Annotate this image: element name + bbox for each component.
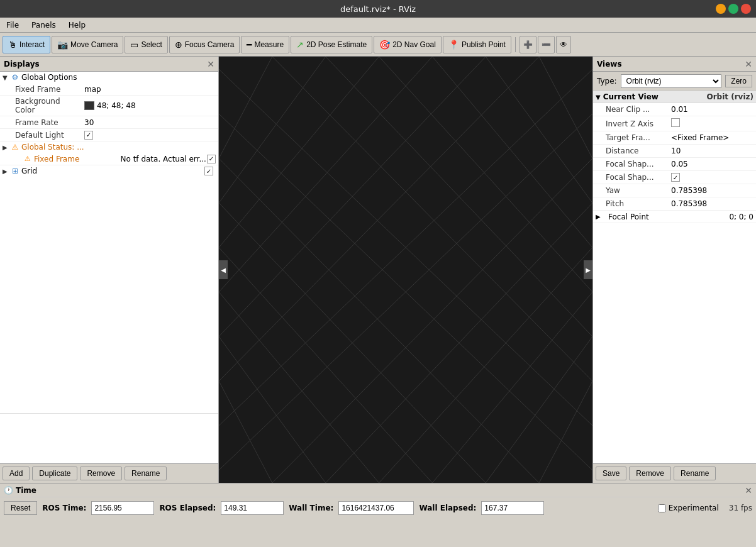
wall-time-label: Wall Time: bbox=[289, 504, 333, 512]
views-rename-button[interactable]: Rename bbox=[674, 467, 716, 480]
focal-point-arrow: ▶ bbox=[593, 213, 606, 220]
menubar: File Panels Help bbox=[0, 18, 756, 33]
2d-pose-button[interactable]: ↗ 2D Pose Estimate bbox=[291, 36, 372, 53]
near-clip-row[interactable]: Near Clip ... 0.01 bbox=[593, 103, 756, 116]
window-title: default.rviz* - RViz bbox=[340, 4, 416, 14]
views-current-view-header[interactable]: ▼ Current View Orbit (rviz) bbox=[593, 91, 756, 103]
focal-shape2-checkbox[interactable]: ✓ bbox=[671, 173, 680, 182]
move-camera-icon: 📷 bbox=[57, 40, 68, 50]
fixed-frame-status-row[interactable]: ⚠ Fixed Frame No tf data. Actual err... … bbox=[0, 153, 218, 165]
distance-key: Distance bbox=[593, 145, 669, 157]
displays-close-button[interactable]: ✕ bbox=[207, 59, 214, 69]
remove-button[interactable]: Remove bbox=[80, 467, 122, 480]
views-type-select[interactable]: Orbit (rviz) bbox=[621, 74, 722, 88]
grid-label: Grid bbox=[21, 167, 204, 175]
views-close-button[interactable]: ✕ bbox=[745, 59, 752, 69]
views-type-row: Type: Orbit (rviz) Zero bbox=[593, 72, 756, 91]
grid-tree-item[interactable]: ▶ ⊞ Grid ✓ bbox=[0, 165, 218, 177]
close-button[interactable] bbox=[741, 4, 751, 14]
pitch-row[interactable]: Pitch 0.785398 bbox=[593, 197, 756, 211]
experimental-checkbox[interactable] bbox=[658, 504, 666, 512]
global-options-properties: Fixed Frame map Background Color 48; 48;… bbox=[0, 83, 218, 141]
bg-color-row[interactable]: Background Color 48; 48; 48 bbox=[0, 96, 218, 116]
views-type-label: Type: bbox=[597, 77, 617, 86]
experimental-label: Experimental bbox=[669, 504, 719, 512]
viewport-left-arrow[interactable]: ◀ bbox=[219, 260, 228, 279]
rename-button[interactable]: Rename bbox=[125, 467, 167, 480]
time-header-content: 🕐 Time bbox=[4, 486, 36, 495]
wall-time-value[interactable] bbox=[338, 501, 414, 515]
target-frame-value: <Fixed Frame> bbox=[669, 132, 756, 143]
2d-nav-button[interactable]: 🎯 2D Nav Goal bbox=[374, 36, 442, 53]
current-view-type: Orbit (rviz) bbox=[706, 92, 753, 101]
focus-camera-label: Focus Camera bbox=[185, 40, 235, 49]
current-view-label: Current View bbox=[603, 92, 707, 101]
menu-file[interactable]: File bbox=[3, 19, 23, 31]
invert-z-checkbox[interactable] bbox=[671, 118, 680, 127]
2d-nav-icon: 🎯 bbox=[379, 40, 390, 50]
views-remove-button[interactable]: Remove bbox=[629, 467, 671, 480]
viewport-right-arrow[interactable]: ▶ bbox=[584, 260, 592, 279]
menu-help[interactable]: Help bbox=[65, 19, 89, 31]
default-light-checkbox[interactable]: ✓ bbox=[84, 131, 93, 140]
time-close-button[interactable]: ✕ bbox=[745, 485, 752, 495]
yaw-row[interactable]: Yaw 0.785398 bbox=[593, 184, 756, 197]
current-view-arrow: ▼ bbox=[596, 94, 601, 101]
3d-viewport[interactable]: ◀ bbox=[219, 57, 592, 483]
target-frame-row[interactable]: Target Fra... <Fixed Frame> bbox=[593, 131, 756, 145]
distance-value: 10 bbox=[669, 145, 756, 157]
frame-rate-row[interactable]: Frame Rate 30 bbox=[0, 116, 218, 129]
minimize-button[interactable] bbox=[716, 4, 726, 14]
experimental-container: Experimental bbox=[658, 504, 719, 512]
distance-row[interactable]: Distance 10 bbox=[593, 145, 756, 158]
time-content: Reset ROS Time: ROS Elapsed: Wall Time: … bbox=[0, 497, 756, 519]
time-clock-icon: 🕐 bbox=[4, 486, 13, 495]
select-button[interactable]: ▭ Select bbox=[125, 36, 167, 53]
move-camera-label: Move Camera bbox=[70, 40, 118, 49]
focal-shape2-key: Focal Shap... bbox=[593, 172, 669, 183]
add-toolbar-btn[interactable]: ➕ bbox=[520, 36, 536, 53]
duplicate-button[interactable]: Duplicate bbox=[32, 467, 77, 480]
eye-toolbar-btn[interactable]: 👁 bbox=[556, 36, 571, 53]
svg-rect-0 bbox=[219, 57, 592, 483]
maximize-button[interactable] bbox=[728, 4, 738, 14]
reset-button[interactable]: Reset bbox=[4, 501, 37, 515]
time-panel: 🕐 Time ✕ Reset ROS Time: ROS Elapsed: Wa… bbox=[0, 483, 756, 519]
global-status-tree-item[interactable]: ▶ ⚠ Global Status: ... bbox=[0, 141, 218, 153]
grid-checkbox[interactable]: ✓ bbox=[204, 167, 213, 175]
focal-shape1-row[interactable]: Focal Shap... 0.05 bbox=[593, 158, 756, 171]
measure-button[interactable]: ━ Measure bbox=[241, 36, 289, 53]
yaw-key: Yaw bbox=[593, 185, 669, 196]
wall-elapsed-value[interactable] bbox=[481, 501, 544, 515]
fps-display: 31 fps bbox=[729, 504, 752, 512]
fixed-frame-status-checkbox[interactable]: ✓ bbox=[207, 155, 216, 163]
wall-elapsed-label: Wall Elapsed: bbox=[419, 504, 476, 512]
fixed-frame-status-warning-icon: ⚠ bbox=[23, 154, 33, 164]
focal-point-row[interactable]: ▶ Focal Point 0; 0; 0 bbox=[593, 211, 756, 223]
focus-camera-button[interactable]: ⊕ Focus Camera bbox=[169, 36, 240, 53]
publish-point-button[interactable]: 📍 Publish Point bbox=[443, 36, 511, 53]
invert-z-row[interactable]: Invert Z Axis bbox=[593, 116, 756, 131]
menu-panels[interactable]: Panels bbox=[28, 19, 60, 31]
fixed-frame-row[interactable]: Fixed Frame map bbox=[0, 83, 218, 96]
focal-shape2-value: ✓ bbox=[669, 172, 756, 183]
add-button[interactable]: Add bbox=[3, 467, 30, 480]
remove-toolbar-btn[interactable]: ➖ bbox=[538, 36, 555, 53]
toolbar-separator bbox=[515, 37, 516, 52]
fixed-frame-value: map bbox=[82, 84, 218, 95]
views-title: Views bbox=[597, 60, 622, 69]
default-light-row[interactable]: Default Light ✓ bbox=[0, 129, 218, 141]
2d-pose-icon: ↗ bbox=[296, 40, 304, 50]
global-options-tree-item[interactable]: ▼ ⚙ Global Options bbox=[0, 72, 218, 83]
interact-button[interactable]: 🖱 Interact bbox=[3, 36, 50, 53]
ros-time-value[interactable] bbox=[91, 501, 154, 515]
displays-buttons: Add Duplicate Remove Rename bbox=[0, 463, 218, 483]
ros-elapsed-value[interactable] bbox=[221, 501, 284, 515]
main-content: Displays ✕ ▼ ⚙ Global Options Fixed Fram… bbox=[0, 57, 756, 483]
focal-shape2-row[interactable]: Focal Shap... ✓ bbox=[593, 171, 756, 184]
views-save-button[interactable]: Save bbox=[596, 467, 626, 480]
views-zero-button[interactable]: Zero bbox=[725, 75, 752, 87]
move-camera-button[interactable]: 📷 Move Camera bbox=[52, 36, 123, 53]
views-panel: Views ✕ Type: Orbit (rviz) Zero ▼ Curren… bbox=[592, 57, 756, 483]
bg-color-swatch bbox=[84, 101, 94, 110]
